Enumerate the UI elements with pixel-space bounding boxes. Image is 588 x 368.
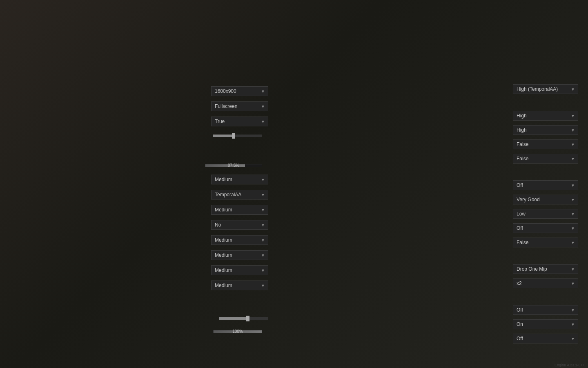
- post-process-aa-dropdown-wrapper[interactable]: High (TemporalAA)MediumLow ▼: [513, 84, 578, 94]
- shadow-precision-select[interactable]: HighMediumLow: [513, 111, 578, 121]
- max-anisotropy-select[interactable]: x2x4x8x16: [513, 278, 578, 288]
- brightness-slider-thumb: [232, 133, 235, 139]
- shadow-quality-dropdown-wrapper[interactable]: MediumHighLow ▼: [211, 205, 268, 215]
- post-process-dropdown-wrapper[interactable]: MediumHighLow ▼: [211, 235, 268, 245]
- anti-aliasing-dropdown-wrapper[interactable]: TemporalAAFXAANone ▼: [211, 190, 268, 200]
- max-anisotropy-dropdown-wrapper[interactable]: x2x4x8x16 ▼: [513, 278, 578, 288]
- resolution-quality-slider[interactable]: 87.5%: [205, 164, 262, 167]
- texture-quality-dropdown-wrapper[interactable]: MediumHighLow ▼: [211, 250, 268, 260]
- translucency-volume-blur-dropdown-wrapper[interactable]: OffOn ▼: [513, 334, 578, 343]
- effects-quality-select[interactable]: MediumHighLow: [211, 265, 268, 275]
- post-process-aa-select[interactable]: High (TemporalAA)MediumLow: [513, 84, 578, 94]
- reflection-env-mapping-dropdown-wrapper[interactable]: OnOff ▼: [513, 319, 578, 329]
- view-distance-dropdown-wrapper[interactable]: MediumHighLow ▼: [211, 175, 268, 184]
- resolution-value: 1600x900 1920x1080 2560x1440 ▼: [211, 86, 268, 96]
- bloom-quality-select[interactable]: Very GoodHighMediumLow: [513, 195, 578, 204]
- vsync-select[interactable]: True False: [211, 117, 268, 126]
- vsync-dropdown-wrapper[interactable]: True False ▼: [211, 117, 268, 126]
- simple-shadows-select[interactable]: NoYes: [211, 220, 268, 230]
- resolution-select[interactable]: 1600x900 1920x1080 2560x1440: [211, 86, 268, 96]
- simple-shadows-dropdown-wrapper[interactable]: NoYes ▼: [211, 220, 268, 230]
- distance-field-ao-select[interactable]: FalseTrue: [513, 154, 578, 164]
- light-shaft-dropdown-wrapper[interactable]: OffLowMediumHigh ▼: [513, 223, 578, 233]
- vsync-value: True False ▼: [211, 117, 268, 126]
- fov-normal-fill: [219, 317, 249, 320]
- shadow-max-resolution-select[interactable]: HighMediumLow: [513, 125, 578, 135]
- foliage-quality-dropdown-wrapper[interactable]: MediumHighLow ▼: [211, 280, 268, 290]
- anti-aliasing-select[interactable]: TemporalAAFXAANone: [211, 190, 268, 200]
- fullscreen-value: Fullscreen Windowed Borderless ▼: [211, 101, 268, 111]
- separate-translucency-dropdown-wrapper[interactable]: FalseTrue ▼: [513, 238, 578, 247]
- effects-quality-dropdown-wrapper[interactable]: MediumHighLow ▼: [211, 265, 268, 275]
- fov-normal-thumb: [246, 316, 249, 321]
- view-distance-select[interactable]: MediumHighLow: [211, 175, 268, 184]
- engine-version: Engine 4.23.1-0++: [555, 363, 585, 367]
- shadow-quality-select[interactable]: MediumHighLow: [211, 205, 268, 215]
- fov-eye-bias-slider[interactable]: 100%: [213, 330, 262, 333]
- resolution-dropdown-wrapper[interactable]: 1600x900 1920x1080 2560x1440 ▼: [211, 86, 268, 96]
- post-process-select[interactable]: MediumHighLow: [211, 235, 268, 245]
- light-shaft-select[interactable]: OffLowMediumHigh: [513, 223, 578, 233]
- distance-field-shadows-dropdown-wrapper[interactable]: FalseTrue ▼: [513, 139, 578, 149]
- fov-eye-bias-label-overlay: 100%: [214, 330, 262, 333]
- refraction-quality-dropdown-wrapper[interactable]: OffLowMediumHigh ▼: [513, 305, 578, 315]
- separate-translucency-select[interactable]: FalseTrue: [513, 238, 578, 247]
- reflection-env-mapping-select[interactable]: OnOff: [513, 319, 578, 329]
- fullscreen-dropdown-wrapper[interactable]: Fullscreen Windowed Borderless ▼: [211, 101, 268, 111]
- bloom-quality-dropdown-wrapper[interactable]: Very GoodHighMediumLow ▼: [513, 195, 578, 204]
- streaming-mip-bias-select[interactable]: Drop One MipNone: [513, 264, 578, 274]
- shadow-max-resolution-dropdown-wrapper[interactable]: HighMediumLow ▼: [513, 125, 578, 135]
- resolution-quality-label-overlay: 87.5%: [205, 164, 262, 167]
- foliage-quality-select[interactable]: MediumHighLow: [211, 280, 268, 290]
- refraction-quality-select[interactable]: OffLowMediumHigh: [513, 305, 578, 315]
- shadow-precision-dropdown-wrapper[interactable]: HighMediumLow ▼: [513, 111, 578, 121]
- fast-blur-select[interactable]: LowMediumHigh: [513, 209, 578, 219]
- fullscreen-select[interactable]: Fullscreen Windowed Borderless: [211, 101, 268, 111]
- fast-blur-dropdown-wrapper[interactable]: LowMediumHigh ▼: [513, 209, 578, 219]
- brightness-slider-track[interactable]: [213, 135, 262, 137]
- lens-flare-select[interactable]: OffLowMediumHigh: [513, 180, 578, 190]
- streaming-mip-bias-dropdown-wrapper[interactable]: Drop One MipNone ▼: [513, 264, 578, 274]
- translucency-volume-blur-select[interactable]: OffOn: [513, 334, 578, 343]
- distance-field-ao-dropdown-wrapper[interactable]: FalseTrue ▼: [513, 154, 578, 164]
- distance-field-shadows-select[interactable]: FalseTrue: [513, 139, 578, 149]
- texture-quality-select[interactable]: MediumHighLow: [211, 250, 268, 260]
- fov-normal-slider[interactable]: [219, 317, 268, 320]
- lens-flare-dropdown-wrapper[interactable]: OffLowMediumHigh ▼: [513, 180, 578, 190]
